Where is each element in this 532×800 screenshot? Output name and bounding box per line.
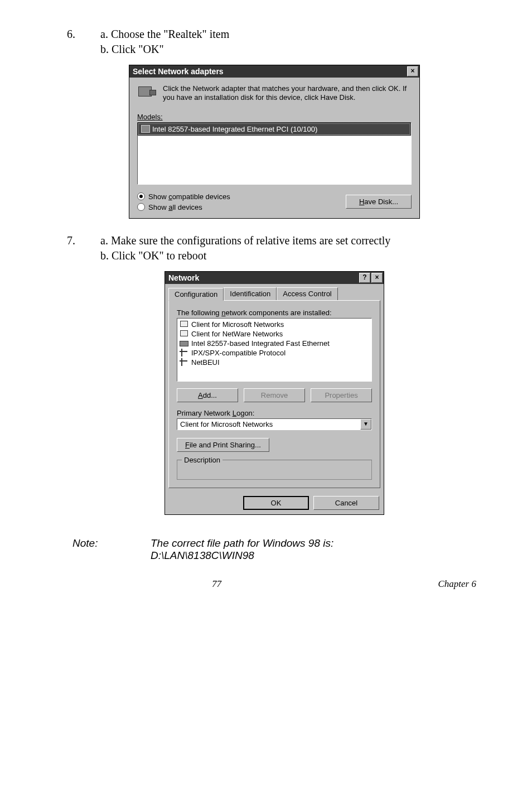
list-item[interactable]: Intel 82557-based Integrated Fast Ethern…: [178, 339, 370, 348]
step7-line: 7. a. Make sure the configurations of re…: [67, 234, 482, 247]
file-print-sharing-button[interactable]: File and Print Sharing...: [177, 438, 269, 452]
step7-a: a. Make sure the configurations of relat…: [100, 234, 482, 247]
installed-label: The following network components are ins…: [177, 309, 372, 317]
close-icon[interactable]: ×: [371, 273, 383, 283]
list-item[interactable]: Client for NetWare Networks: [178, 329, 370, 339]
close-icon[interactable]: ×: [407, 66, 418, 76]
ok-button[interactable]: OK: [243, 496, 309, 510]
radio-unchecked-icon: [137, 203, 145, 211]
cancel-button[interactable]: Cancel: [313, 496, 379, 510]
models-listbox[interactable]: Intel 82557-based Integrated Ethernet PC…: [137, 122, 412, 185]
description-label: Description: [182, 456, 223, 464]
tab-configuration[interactable]: Configuration: [168, 288, 224, 301]
step6-b: b. Click "OK": [100, 43, 482, 56]
radio-checked-icon: [137, 192, 145, 200]
add-button[interactable]: Add...: [177, 388, 238, 402]
radio-all[interactable]: Show all devices: [137, 203, 230, 211]
client-icon: [180, 330, 188, 338]
page-footer: 77 Chapter 6: [67, 579, 482, 590]
note-line2: D:\LAN\8138C\WIN98: [151, 550, 482, 562]
select-network-adapters-dialog: Select Network adapters × Click the Netw…: [129, 65, 420, 219]
list-item[interactable]: Client for Microsoft Networks: [178, 320, 370, 329]
step6-num: 6.: [67, 28, 100, 41]
model-item-selected[interactable]: Intel 82557-based Integrated Ethernet PC…: [138, 123, 410, 135]
have-disk-button[interactable]: Have Disk...: [346, 195, 412, 209]
note-label: Note:: [72, 537, 151, 562]
list-item[interactable]: IPX/SPX-compatible Protocol: [178, 348, 370, 358]
logon-dropdown[interactable]: Client for Microsoft Networks ▼: [177, 418, 372, 430]
dialog2-titlebar: Network ? ×: [165, 272, 384, 284]
logon-label: Primary Network Logon:: [177, 409, 372, 417]
tab-access-control[interactable]: Access Control: [277, 287, 337, 300]
tabs-row: Configuration Identification Access Cont…: [165, 284, 384, 300]
tab-identification[interactable]: Identification: [224, 287, 277, 300]
chapter-label: Chapter 6: [438, 579, 476, 590]
step6-line: 6. a. Choose the "Realtek" item: [67, 28, 482, 41]
dialog1-info-text: Click the Network adapter that matches y…: [163, 84, 412, 103]
adapter-icon: [180, 339, 188, 347]
model-item-label: Intel 82557-based Integrated Ethernet PC…: [152, 125, 317, 133]
remove-button: Remove: [244, 388, 305, 402]
help-icon[interactable]: ?: [359, 273, 370, 283]
protocol-icon: [180, 358, 188, 366]
properties-button: Properties: [311, 388, 372, 402]
logon-value: Client for Microsoft Networks: [177, 419, 360, 430]
components-listbox[interactable]: Client for Microsoft Networks Client for…: [177, 318, 372, 382]
step7-num: 7.: [67, 234, 100, 247]
network-dialog: Network ? × Configuration Identification…: [165, 271, 384, 515]
step6-a: a. Choose the "Realtek" item: [100, 28, 482, 41]
chevron-down-icon[interactable]: ▼: [360, 419, 371, 430]
network-adapter-icon: [137, 84, 156, 101]
step7-b: b. Click "OK" to reboot: [100, 249, 482, 262]
client-icon: [180, 320, 188, 328]
card-icon: [141, 125, 150, 133]
page-number: 77: [212, 579, 221, 590]
models-label: Models:: [137, 113, 412, 121]
note-block: Note: The correct file path for Windows …: [72, 537, 482, 562]
radio-compatible[interactable]: Show compatible devices: [137, 192, 230, 201]
description-group: Description: [177, 460, 372, 480]
dialog1-title: Select Network adapters: [133, 67, 406, 76]
note-line1: The correct file path for Windows 98 is:: [151, 537, 482, 550]
dialog2-title: Network: [168, 273, 358, 282]
protocol-icon: [180, 349, 188, 356]
dialog1-titlebar: Select Network adapters ×: [129, 65, 419, 78]
list-item[interactable]: NetBEUI: [178, 358, 370, 367]
